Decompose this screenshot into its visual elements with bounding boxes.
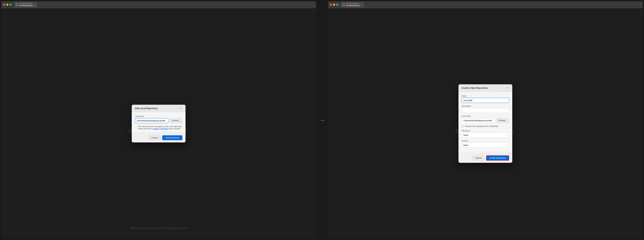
right-minimize-button[interactable]: [333, 4, 335, 6]
add-local-repo-header: Add Local Repository ×: [132, 105, 186, 112]
add-local-repo-body: Local Path Choose... ⚠ This directory do…: [132, 112, 186, 133]
create-new-repo-header: Create a New Repository ×: [458, 84, 512, 92]
left-repo-info: Current Repository No Repositories: [20, 3, 33, 7]
name-group: Name: [462, 95, 509, 103]
gitignore-select[interactable]: None: [462, 133, 509, 137]
local-path-label: Local Path: [135, 115, 182, 118]
create-new-repo-cancel-button[interactable]: Cancel: [472, 155, 484, 161]
add-repository-button[interactable]: Add Repository: [162, 135, 182, 140]
local-path-input[interactable]: [135, 118, 168, 123]
right-chevron-icon: ▾: [362, 4, 362, 5]
create-repository-link[interactable]: create a repository: [153, 127, 168, 130]
between-windows: →: [317, 1, 327, 239]
add-local-repo-title: Add Local Repository: [135, 107, 158, 110]
create-local-path-label: Local Path: [462, 115, 509, 117]
create-local-path-group: Local Path Choose...: [462, 115, 509, 123]
right-repo-selector[interactable]: Current Repository No Repositories ▾: [341, 2, 364, 7]
description-label: Description: [462, 105, 509, 107]
right-modal-overlay: Create a New Repository × Name Descripti…: [328, 8, 643, 239]
local-path-group: Local Path Choose...: [135, 115, 182, 123]
left-repo-label: Current Repository: [20, 3, 33, 4]
add-local-repo-footer: Cancel Add Repository: [132, 133, 186, 142]
right-maximize-button[interactable]: [336, 4, 338, 6]
right-repo-info: Current Repository No Repositories: [346, 3, 360, 7]
right-close-button[interactable]: [330, 4, 332, 6]
create-new-repo-modal: Create a New Repository × Name Descripti…: [458, 84, 512, 163]
gitignore-label: Git Ignore: [462, 130, 509, 132]
left-maximize-button[interactable]: [10, 4, 12, 6]
left-repo-name: No Repositories: [20, 4, 33, 7]
description-group: Description: [462, 105, 509, 113]
gitignore-group: Git Ignore None ▾: [462, 130, 509, 137]
create-choose-button[interactable]: Choose...: [496, 118, 509, 123]
create-repository-button[interactable]: Create Repository: [486, 155, 509, 161]
left-minimize-button[interactable]: [6, 4, 8, 6]
left-window: Current Repository No Repositories ▾ ? ★…: [1, 1, 316, 239]
name-input[interactable]: [462, 98, 509, 103]
right-titlebar: Current Repository No Repositories ▾: [328, 1, 643, 8]
add-local-repo-close-button[interactable]: ×: [179, 107, 182, 110]
left-modal-overlay: Add Local Repository × Local Path Choose…: [1, 8, 316, 239]
repo-icon: [16, 3, 18, 6]
description-input[interactable]: [462, 108, 509, 113]
arrow-icon: →: [318, 116, 326, 124]
name-label: Name: [462, 95, 509, 97]
license-group: License None ▾: [462, 140, 509, 148]
add-local-repo-modal: Add Local Repository × Local Path Choose…: [132, 105, 186, 142]
readme-checkbox[interactable]: [462, 125, 464, 127]
gitignore-select-group: None ▾: [462, 133, 509, 137]
license-select[interactable]: None: [462, 143, 509, 148]
right-traffic-lights: [330, 4, 338, 6]
left-close-button[interactable]: [3, 4, 5, 6]
warning-row: ⚠ This directory does not appear to be a…: [135, 125, 182, 130]
right-main-content: ? ★ ● ✦ ◇ + Create a new project and pub…: [328, 8, 643, 239]
warning-text: This directory does not appear to be a G…: [138, 125, 182, 130]
left-traffic-lights: [3, 4, 12, 6]
create-new-repo-footer: Cancel Create Repository: [458, 153, 512, 163]
add-local-repo-cancel-button[interactable]: Cancel: [148, 135, 161, 140]
local-path-row: Choose...: [135, 118, 182, 123]
choose-button[interactable]: Choose...: [170, 118, 182, 123]
right-repo-icon: [342, 3, 345, 6]
create-new-repo-title: Create a New Repository: [462, 87, 488, 89]
create-path-row: Choose...: [462, 118, 509, 123]
right-repo-name: No Repositories: [346, 4, 360, 7]
left-chevron-icon: ▾: [35, 4, 36, 5]
right-repo-label: Current Repository: [346, 3, 360, 4]
left-main-content: ? ★ ● ✦ ◇ × + Create a new project and p…: [1, 8, 316, 239]
left-repo-selector[interactable]: Current Repository No Repositories ▾: [14, 2, 37, 7]
readme-label: Initialize this repository with a README: [465, 125, 498, 127]
create-local-path-input[interactable]: [462, 118, 495, 123]
license-select-group: None ▾: [462, 143, 509, 148]
create-new-repo-close-button[interactable]: ×: [506, 87, 509, 89]
license-label: License: [462, 140, 509, 142]
readme-group: Initialize this repository with a README: [462, 125, 509, 127]
create-new-repo-body: Name Description Local Path Choose...: [458, 92, 512, 153]
warning-icon: ⚠: [135, 125, 137, 128]
left-titlebar: Current Repository No Repositories ▾: [1, 1, 316, 8]
right-window: Current Repository No Repositories ▾ ? ★…: [328, 1, 643, 239]
